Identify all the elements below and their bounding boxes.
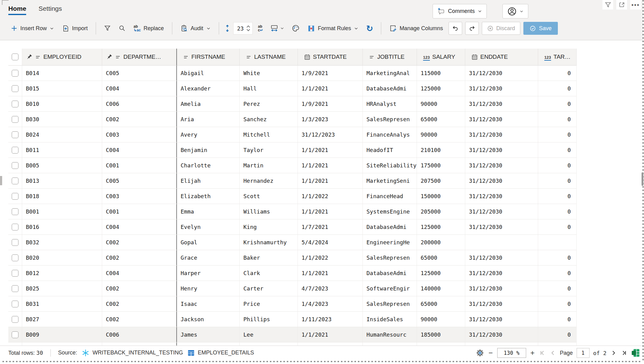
- cell-enddate[interactable]: 31/12/2030: [465, 281, 538, 296]
- undo-button[interactable]: [449, 22, 462, 35]
- row-checkbox[interactable]: [12, 85, 18, 92]
- cell-jobtitle[interactable]: SoftwareEngir: [363, 342, 417, 346]
- column-header-jobtitle[interactable]: JOBTITLE: [363, 49, 417, 66]
- cell-jobtitle[interactable]: MarketingAnal: [363, 66, 417, 81]
- cell-startdate[interactable]: 1/1/2021: [298, 81, 363, 96]
- cell-lastname[interactable]: Martin: [240, 158, 298, 173]
- account-menu-button[interactable]: [502, 4, 528, 18]
- cell-startdate[interactable]: 1/1/2021: [298, 142, 363, 158]
- cell-target[interactable]: 0: [538, 142, 577, 158]
- source-table[interactable]: EMPLOYEE_DETAILS: [187, 350, 254, 356]
- cell-firstname[interactable]: Isaac: [177, 296, 240, 311]
- cell-target[interactable]: 0: [538, 204, 577, 219]
- cell-firstname[interactable]: Elizabeth: [177, 189, 240, 204]
- cell-jobtitle[interactable]: InsideSales: [363, 312, 417, 327]
- cell-target[interactable]: 0: [538, 266, 577, 281]
- cell-lastname[interactable]: Williams: [240, 342, 298, 346]
- cell-startdate[interactable]: 1/1/2021: [298, 204, 363, 219]
- cell-jobtitle[interactable]: DatabaseAdmi: [363, 219, 417, 234]
- cell-departmentid[interactable]: C002: [102, 312, 177, 327]
- cell-employeeid[interactable]: B027: [22, 312, 102, 327]
- cell-firstname[interactable]: Evelyn: [177, 219, 240, 234]
- prev-page-button[interactable]: [550, 350, 556, 356]
- comments-button[interactable]: Comments: [433, 4, 487, 18]
- cell-enddate[interactable]: 31/12/2030: [465, 66, 538, 81]
- source-connection[interactable]: WRITEBACK_INTERNAL_TESTING: [82, 349, 183, 357]
- row-checkbox[interactable]: [12, 193, 18, 200]
- search-button[interactable]: [116, 23, 128, 34]
- discard-button[interactable]: Discard: [482, 22, 520, 35]
- cell-startdate[interactable]: 1/1/2022: [298, 189, 363, 204]
- cell-startdate[interactable]: 1/7/2021: [298, 219, 363, 234]
- cell-enddate[interactable]: 31/12/2030: [465, 127, 538, 142]
- row-height-stepper[interactable]: [246, 25, 250, 31]
- cell-departmentid[interactable]: C004: [102, 266, 177, 281]
- cell-lastname[interactable]: Williams: [240, 204, 298, 219]
- cell-jobtitle[interactable]: SiteReliabilityE: [363, 158, 417, 173]
- cell-employeeid[interactable]: B013: [22, 173, 102, 188]
- refresh-button[interactable]: ↻: [364, 22, 375, 34]
- cell-firstname[interactable]: Grace: [177, 250, 240, 265]
- cell-target[interactable]: 0: [538, 342, 577, 346]
- column-header-lastname[interactable]: LASTNAME: [240, 49, 298, 66]
- cell-employeeid[interactable]: B011: [22, 142, 102, 158]
- row-checkbox[interactable]: [12, 116, 18, 123]
- replace-button[interactable]: ab↳ac Replace: [131, 23, 166, 34]
- cell-jobtitle[interactable]: FinanceAnalys: [363, 127, 417, 142]
- cell-departmentid[interactable]: C005: [102, 173, 177, 188]
- cell-jobtitle[interactable]: HRAnalyst: [363, 96, 417, 111]
- cell-departmentid[interactable]: C002: [102, 281, 177, 296]
- page-number-input[interactable]: 1: [577, 348, 590, 358]
- cell-startdate[interactable]: 1/9/2021: [298, 66, 363, 81]
- cell-lastname[interactable]: Price: [240, 296, 298, 311]
- row-checkbox[interactable]: [12, 316, 18, 323]
- next-page-button[interactable]: [610, 350, 617, 356]
- cell-employeeid[interactable]: B025: [22, 281, 102, 296]
- cell-target[interactable]: 0: [538, 158, 577, 173]
- cell-startdate[interactable]: 5/4/2024: [298, 235, 363, 250]
- cell-firstname[interactable]: Abigail: [177, 66, 240, 81]
- cell-startdate[interactable]: 1/9/2021: [298, 96, 363, 111]
- row-checkbox[interactable]: [12, 162, 18, 169]
- cell-salary[interactable]: 185000: [417, 327, 465, 342]
- cell-employeeid[interactable]: B006: [22, 342, 102, 346]
- audit-button[interactable]: Audit: [178, 23, 213, 34]
- cell-lastname[interactable]: Clark: [240, 266, 298, 281]
- cell-firstname[interactable]: Elijah: [177, 173, 240, 188]
- row-checkbox[interactable]: [12, 301, 18, 307]
- redo-button[interactable]: [465, 22, 479, 35]
- zoom-level-input[interactable]: 130 %: [497, 348, 526, 358]
- column-header-startdate[interactable]: STARTDATE: [298, 49, 363, 66]
- cell-enddate[interactable]: 31/12/2030: [465, 327, 538, 342]
- import-button[interactable]: Import: [60, 23, 90, 34]
- cell-firstname[interactable]: Aria: [177, 112, 240, 127]
- cell-lastname[interactable]: King: [240, 219, 298, 234]
- cell-jobtitle[interactable]: DatabaseAdmi: [363, 266, 417, 281]
- column-header-firstname[interactable]: FIRSTNAME: [177, 49, 240, 66]
- cell-target[interactable]: 0: [538, 296, 577, 311]
- cell-salary[interactable]: 125000: [417, 219, 465, 234]
- cell-salary[interactable]: 90000: [417, 96, 465, 111]
- cell-jobtitle[interactable]: SalesRepresen: [363, 296, 417, 311]
- column-header-enddate[interactable]: ENDDATE: [465, 49, 538, 66]
- cell-departmentid[interactable]: C001: [102, 342, 177, 346]
- cell-enddate[interactable]: 31/12/2030: [465, 250, 538, 265]
- cell-lastname[interactable]: Lee: [240, 327, 298, 342]
- row-checkbox[interactable]: [12, 331, 18, 338]
- row-checkbox[interactable]: [12, 70, 18, 77]
- cell-departmentid[interactable]: C004: [102, 142, 177, 158]
- cell-target[interactable]: [538, 235, 577, 250]
- cell-lastname[interactable]: Perez: [240, 96, 298, 111]
- format-rules-button[interactable]: Format Rules: [305, 23, 361, 34]
- cell-enddate[interactable]: 31/12/2030: [465, 81, 538, 96]
- cell-lastname[interactable]: Krishnamurthy: [240, 235, 298, 250]
- cell-employeeid[interactable]: B018: [22, 189, 102, 204]
- cell-lastname[interactable]: Mitchell: [240, 127, 298, 142]
- cell-employeeid[interactable]: B012: [22, 266, 102, 281]
- row-checkbox[interactable]: [12, 270, 18, 277]
- cell-salary[interactable]: 207500: [417, 173, 465, 188]
- cell-employeeid[interactable]: B030: [22, 112, 102, 127]
- first-page-button[interactable]: [539, 350, 546, 356]
- row-height-input[interactable]: 23: [233, 22, 253, 34]
- cell-employeeid[interactable]: B009: [22, 327, 102, 342]
